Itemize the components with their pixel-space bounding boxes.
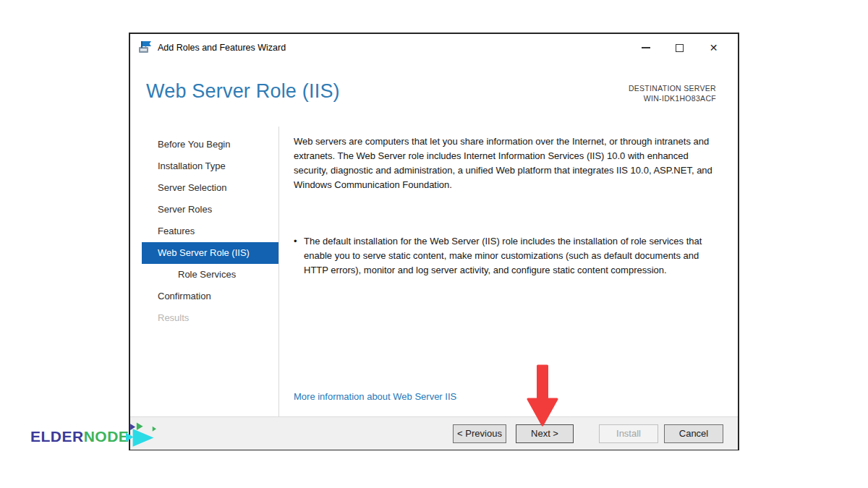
eldernode-logo-text: ELDERNODE: [30, 429, 129, 444]
sidebar-item-server-roles[interactable]: Server Roles: [130, 199, 278, 221]
destination-server-label: DESTINATION SERVER: [629, 83, 716, 93]
bullet-text: The default installation for the Web Ser…: [304, 234, 720, 278]
red-arrow-annotation-icon: [525, 364, 560, 427]
bullet-marker: •: [294, 234, 304, 278]
cancel-button[interactable]: Cancel: [664, 424, 723, 443]
maximize-icon: [676, 44, 684, 52]
brand-node-text: NODE: [84, 428, 129, 445]
sidebar-item-features[interactable]: Features: [130, 221, 278, 242]
sidebar-item-before-you-begin[interactable]: Before You Begin: [130, 134, 278, 155]
eldernode-arrows-icon: [126, 421, 156, 448]
sidebar-item-role-services[interactable]: Role Services: [130, 264, 278, 286]
minimize-button[interactable]: [629, 34, 663, 61]
next-button[interactable]: Next >: [516, 424, 574, 443]
maximize-button[interactable]: [663, 34, 697, 61]
sidebar-item-web-server-role-iis[interactable]: Web Server Role (IIS): [142, 242, 278, 264]
more-information-link[interactable]: More information about Web Server IIS: [294, 391, 456, 402]
window-title: Add Roles and Features Wizard: [158, 43, 286, 53]
minimize-icon: [642, 47, 650, 48]
sidebar-item-results: Results: [130, 307, 278, 329]
page-background: Add Roles and Features Wizard ✕ Web Serv…: [0, 0, 868, 488]
brand-elder-text: ELDER: [30, 428, 84, 445]
wizard-icon: [137, 40, 152, 55]
window-controls: ✕: [629, 34, 731, 61]
wizard-header: Web Server Role (IIS) DESTINATION SERVER…: [130, 61, 738, 127]
destination-server-block: DESTINATION SERVER WIN-IDK1HO83ACF: [629, 83, 716, 103]
wizard-body: Before You Begin Installation Type Serve…: [130, 127, 738, 416]
eldernode-logo: ELDERNODE: [30, 424, 156, 448]
sidebar-item-confirmation[interactable]: Confirmation: [130, 286, 278, 307]
sidebar-item-server-selection[interactable]: Server Selection: [130, 177, 278, 199]
sidebar-item-installation-type[interactable]: Installation Type: [130, 155, 278, 177]
add-roles-wizard-window: Add Roles and Features Wizard ✕ Web Serv…: [129, 33, 739, 450]
close-button[interactable]: ✕: [697, 34, 731, 61]
page-title: Web Server Role (IIS): [146, 80, 340, 103]
wizard-content: Web servers are computers that let you s…: [279, 127, 738, 416]
install-button: Install: [599, 424, 658, 443]
previous-button[interactable]: < Previous: [453, 424, 506, 443]
intro-paragraph: Web servers are computers that let you s…: [294, 134, 720, 192]
titlebar: Add Roles and Features Wizard ✕: [130, 34, 738, 61]
close-icon: ✕: [710, 43, 718, 53]
wizard-footer: < Previous Next > Install Cancel: [130, 416, 738, 450]
destination-server-name: WIN-IDK1HO83ACF: [629, 93, 716, 103]
wizard-steps-sidebar: Before You Begin Installation Type Serve…: [130, 127, 279, 416]
bullet-item: • The default installation for the Web S…: [294, 234, 720, 278]
